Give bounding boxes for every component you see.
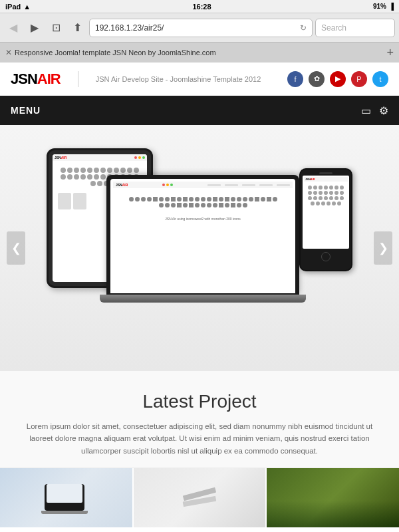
settings-icon[interactable]: ⚙ xyxy=(379,104,388,117)
back-button[interactable]: ◀ xyxy=(4,19,23,37)
menu-label[interactable]: MENU xyxy=(11,105,41,116)
phone-device: JSNAIR xyxy=(299,168,352,271)
thumbnails-row xyxy=(0,467,399,527)
next-slide-button[interactable]: ❯ xyxy=(374,231,392,265)
laptop-mini-screen xyxy=(47,484,82,503)
laptop-device: JSNAIR xyxy=(106,175,299,308)
twitter-icon[interactable]: t xyxy=(372,71,388,87)
laptop-icons-center xyxy=(113,190,293,214)
phone-home-button xyxy=(321,252,331,261)
monitor-icon[interactable]: ▭ xyxy=(361,104,371,117)
laptop-screen: JSNAIR xyxy=(110,179,295,293)
new-tab-button[interactable]: + xyxy=(386,46,394,60)
active-tab[interactable]: ✕ Responsive Joomla! template JSN Neon b… xyxy=(5,48,216,57)
phone-icons-area xyxy=(304,183,348,208)
browser-bar: ◀ ▶ ⊡ ⬆ 192.168.1.23/air25/ ↻ Search xyxy=(0,13,399,43)
thumb-laptop-mini xyxy=(45,482,88,514)
status-bar: iPad ▲ 16:28 91% ▐ xyxy=(0,0,399,13)
section-title: Latest Project xyxy=(13,391,386,412)
phone-speaker xyxy=(319,172,332,174)
section-body: Lorem ipsum dolor sit amet, consectetuer… xyxy=(20,420,379,457)
share-button[interactable]: ⬆ xyxy=(68,19,86,37)
thumbnail-1[interactable] xyxy=(0,468,132,527)
tab-bar: ✕ Responsive Joomla! template JSN Neon b… xyxy=(0,43,399,63)
site-header: JSN AIR JSN Air Develop Site - Joomlashi… xyxy=(0,63,399,96)
laptop-screen-inner: JSNAIR xyxy=(110,179,295,223)
laptop-caption: JSN Air using icomsweet2 with morethan 2… xyxy=(113,217,293,221)
wifi-icon: ▲ xyxy=(23,3,31,11)
pinterest-icon[interactable]: P xyxy=(351,71,367,87)
tab-title-text: Responsive Joomla! template JSN Neon by … xyxy=(15,49,216,57)
address-bar[interactable]: 192.168.1.23/air25/ ↻ xyxy=(89,19,313,37)
phone-screen: JSNAIR xyxy=(303,176,349,249)
carrier-label: iPad xyxy=(5,3,21,11)
thumb-1-content xyxy=(0,468,132,527)
devices-illustration: JSNAIR xyxy=(33,135,366,361)
logo-air: AIR xyxy=(37,70,61,88)
header-divider xyxy=(78,71,78,87)
laptop-screen-outer: JSNAIR xyxy=(106,175,299,295)
thumbnail-3[interactable] xyxy=(265,468,399,527)
battery-label: 91% xyxy=(373,3,386,10)
site-tagline: JSN Air Develop Site - Joomlashine Templ… xyxy=(96,75,261,83)
tablet-mini-logo: JSNAIR xyxy=(55,156,66,160)
prev-slide-button[interactable]: ❮ xyxy=(7,231,25,265)
latest-section: Latest Project Lorem ipsum dolor sit ame… xyxy=(0,371,399,467)
time-display: 16:28 xyxy=(192,3,211,11)
tab-close-button[interactable]: ✕ xyxy=(5,48,12,57)
site-logo: JSN AIR xyxy=(11,70,61,88)
laptop-mini-base xyxy=(41,511,88,514)
forward-button[interactable]: ▶ xyxy=(25,19,44,37)
search-placeholder: Search xyxy=(321,23,346,33)
hero-section: ❮ JSNAIR xyxy=(0,125,399,371)
logo-jsn: JSN xyxy=(11,70,37,88)
url-text: 192.168.1.23/air25/ xyxy=(95,23,296,33)
thumb-2-content xyxy=(134,468,266,527)
laptop-base xyxy=(100,295,306,303)
status-right: 91% ▐ xyxy=(373,3,394,10)
nav-bar: MENU ▭ ⚙ xyxy=(0,96,399,125)
phone-mini-header: JSNAIR xyxy=(304,177,348,182)
web-icon[interactable]: ✿ xyxy=(309,71,325,87)
thumb-3-content xyxy=(267,468,399,527)
bookmark-button[interactable]: ⊡ xyxy=(47,19,65,37)
refresh-button[interactable]: ↻ xyxy=(300,23,307,33)
thumbnail-2[interactable] xyxy=(132,468,266,527)
grass-overlay xyxy=(267,501,399,527)
status-left: iPad ▲ xyxy=(5,3,31,11)
nav-icons: ▭ ⚙ xyxy=(361,104,388,117)
laptop-mini xyxy=(45,484,84,511)
battery-icon: ▐ xyxy=(389,3,394,10)
search-box[interactable]: Search xyxy=(315,19,395,37)
laptop-mini-header: JSNAIR xyxy=(113,182,293,188)
laptop-nav-links xyxy=(207,184,290,186)
social-icons: f ✿ ▶ P t xyxy=(287,71,388,87)
youtube-icon[interactable]: ▶ xyxy=(330,71,346,87)
phone-mini-logo: JSNAIR xyxy=(305,178,346,181)
facebook-icon[interactable]: f xyxy=(287,71,303,87)
tablet-mini-header: JSNAIR xyxy=(53,154,147,161)
laptop-nav-dots xyxy=(162,184,173,186)
